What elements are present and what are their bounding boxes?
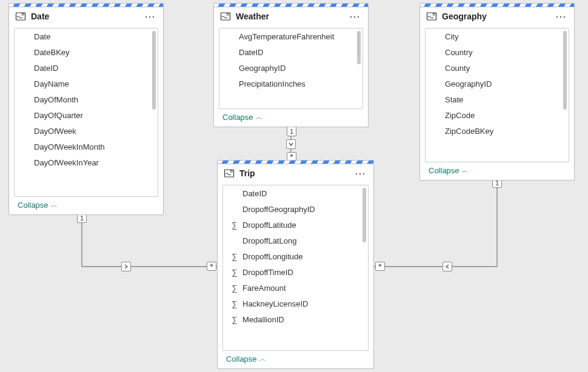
chevron-up-icon: ︿ [51, 201, 58, 210]
field-label: Date [34, 32, 50, 41]
field-label: AvgTemperatureFahrenheit [239, 32, 334, 41]
sigma-icon: ∑ [230, 315, 239, 324]
table-title: Weather [236, 12, 343, 21]
table-title: Trip [239, 168, 349, 178]
table-header[interactable]: Trip ⋯ [218, 164, 373, 181]
table-card-geography[interactable]: Geography ⋯ City Country County Geograph… [419, 3, 575, 181]
more-options-icon[interactable]: ⋯ [143, 13, 157, 19]
field-label: PrecipitationInches [239, 79, 306, 88]
model-canvas[interactable]: 1 * 1 * 1 * Date ⋯ Date DateBKey DateID … [0, 0, 588, 372]
collapse-label: Collapse [429, 166, 459, 175]
collapse-button[interactable]: Collapse ︿ [214, 109, 368, 127]
field-label: DayOfQuarter [34, 111, 83, 120]
table-icon [15, 11, 26, 22]
table-card-date[interactable]: Date ⋯ Date DateBKey DateID DayName DayO… [8, 3, 164, 215]
field-row[interactable]: City [428, 32, 567, 41]
field-row[interactable]: ∑DropoffLongitude [226, 252, 367, 261]
collapse-button[interactable]: Collapse ︿ [420, 162, 574, 180]
field-row[interactable]: ∑DropoffTimeID [226, 268, 367, 277]
field-row[interactable]: DayOfMonth [17, 95, 156, 104]
sigma-icon: ∑ [230, 299, 239, 308]
fields-list[interactable]: Date DateBKey DateID DayName DayOfMonth … [14, 28, 158, 197]
table-header[interactable]: Weather ⋯ [214, 7, 368, 24]
fields-list[interactable]: AvgTemperatureFahrenheit DateID Geograph… [219, 28, 363, 109]
field-label: DropoffLongitude [242, 252, 303, 261]
scrollbar[interactable] [152, 31, 156, 110]
field-row[interactable]: DateBKey [17, 48, 156, 57]
sigma-icon: ∑ [230, 221, 239, 230]
more-options-icon[interactable]: ⋯ [348, 13, 362, 19]
sigma-icon: ∑ [230, 284, 239, 293]
field-row[interactable]: ZipCode [428, 111, 567, 120]
fields-list[interactable]: City Country County GeographyID State Zi… [425, 28, 569, 162]
field-label: DropoffLatLong [242, 236, 296, 245]
cardinality-many: * [207, 262, 216, 271]
collapse-label: Collapse [226, 354, 257, 364]
collapse-button[interactable]: Collapse ︿ [9, 197, 163, 214]
field-row[interactable]: ZipCodeBKey [428, 127, 567, 136]
field-label: DayOfMonth [34, 95, 78, 104]
table-title: Geography [442, 12, 549, 21]
table-card-trip[interactable]: Trip ⋯ DateID DropoffGeographyID∑Dropoff… [217, 160, 374, 369]
field-row[interactable]: Date [17, 32, 156, 41]
scrollbar[interactable] [563, 31, 567, 110]
more-options-icon[interactable]: ⋯ [353, 170, 367, 176]
chevron-up-icon: ︿ [259, 354, 266, 364]
field-row[interactable]: DayName [17, 79, 156, 88]
field-label: ZipCodeBKey [445, 127, 493, 136]
filter-direction-arrow [286, 139, 296, 149]
field-label: GeographyID [239, 64, 286, 73]
table-header[interactable]: Date ⋯ [9, 7, 163, 24]
field-row[interactable]: ∑DropoffLatitude [226, 221, 367, 230]
field-row[interactable]: State [428, 95, 567, 104]
field-row[interactable]: DateID [17, 64, 156, 73]
field-label: DayName [34, 79, 69, 88]
field-label: GeographyID [445, 79, 492, 88]
field-label: DayOfWeekInYear [34, 158, 99, 167]
field-row[interactable]: Country [428, 48, 567, 57]
table-icon [426, 11, 437, 22]
field-row[interactable]: DayOfWeekInMonth [17, 142, 156, 151]
field-label: FareAmount [242, 284, 286, 293]
field-row[interactable]: PrecipitationInches [222, 79, 361, 88]
field-label: City [445, 32, 458, 41]
cardinality-one: 1 [287, 127, 296, 136]
chevron-up-icon: ︿ [462, 166, 469, 175]
field-row[interactable]: ∑MedallionID [226, 315, 367, 324]
field-row[interactable]: DateID [222, 48, 361, 57]
table-card-weather[interactable]: Weather ⋯ AvgTemperatureFahrenheit DateI… [213, 3, 369, 127]
field-label: DropoffTimeID [242, 268, 293, 277]
scrollbar[interactable] [362, 188, 366, 242]
field-row[interactable]: County [428, 64, 567, 73]
field-row[interactable]: DayOfWeekInYear [17, 158, 156, 167]
field-row[interactable]: GeographyID [428, 79, 567, 88]
more-options-icon[interactable]: ⋯ [554, 13, 568, 19]
field-row[interactable]: ∑FareAmount [226, 284, 367, 293]
field-label: HackneyLicenseID [242, 299, 308, 308]
field-label: DropoffGeographyID [242, 205, 315, 214]
cardinality-many: * [375, 262, 385, 271]
field-row[interactable]: DropoffLatLong [226, 236, 367, 245]
collapse-button[interactable]: Collapse ︿ [218, 351, 373, 368]
field-row[interactable]: DayOfQuarter [17, 111, 156, 120]
field-row[interactable]: ∑HackneyLicenseID [226, 299, 367, 308]
field-row[interactable]: DayOfWeek [17, 127, 156, 136]
field-row[interactable]: DateID [226, 189, 367, 198]
collapse-label: Collapse [18, 201, 48, 210]
field-label: DropoffLatitude [242, 221, 296, 230]
table-icon [220, 11, 231, 22]
chevron-up-icon: ︿ [256, 113, 262, 122]
field-label: ZipCode [445, 111, 475, 120]
fields-list[interactable]: DateID DropoffGeographyID∑DropoffLatitud… [222, 185, 369, 351]
table-header[interactable]: Geography ⋯ [420, 7, 574, 24]
filter-direction-arrow [443, 262, 452, 271]
field-row[interactable]: DropoffGeographyID [226, 205, 367, 214]
sigma-icon: ∑ [230, 252, 239, 261]
field-label: DayOfWeekInMonth [34, 142, 105, 151]
field-row[interactable]: AvgTemperatureFahrenheit [222, 32, 361, 41]
collapse-label: Collapse [222, 113, 253, 122]
table-icon [224, 168, 235, 179]
scrollbar[interactable] [357, 31, 361, 64]
field-row[interactable]: GeographyID [222, 64, 361, 73]
field-label: Country [445, 48, 473, 57]
